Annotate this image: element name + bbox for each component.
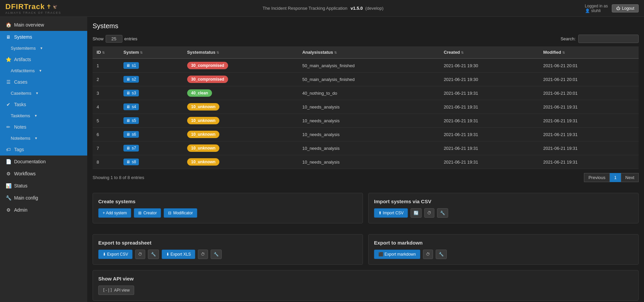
cell-system: 🖥 s3 bbox=[119, 86, 183, 100]
search-input[interactable] bbox=[578, 35, 639, 43]
cell-analysisstatus: 50_main_analysis_finished bbox=[298, 58, 440, 73]
sidebar-label-taskitems: Taskitems bbox=[11, 113, 30, 118]
export-markdown-button[interactable]: ⬛ Export markdown bbox=[374, 250, 420, 259]
sidebar-item-systemitems[interactable]: Systemitems ▼ bbox=[0, 43, 87, 53]
cell-analysisstatus: 10_needs_analysis bbox=[298, 114, 440, 128]
sidebar-item-status[interactable]: 📊 Status bbox=[0, 180, 87, 192]
cell-created: 2021-06-21 19:30 bbox=[440, 73, 539, 86]
sidebar-item-systems[interactable]: 🖥 Systems bbox=[0, 31, 87, 43]
table-row: 5 🖥 s5 10_unknown 10_needs_analysis 2021… bbox=[93, 114, 639, 128]
workflows-icon: ⚙ bbox=[5, 171, 11, 176]
chevron-down-icon-2: ▼ bbox=[39, 69, 42, 73]
col-created[interactable]: Created bbox=[440, 46, 539, 58]
admin-icon: ⚙ bbox=[5, 207, 11, 213]
export-csv-info-button[interactable]: ⏱ bbox=[135, 250, 145, 259]
previous-button[interactable]: Previous bbox=[584, 173, 610, 182]
export-csv-settings-button[interactable]: 🔧 bbox=[148, 250, 159, 259]
sidebar-item-noteitems[interactable]: Noteitems ▼ bbox=[0, 133, 87, 143]
modificator-button[interactable]: ⊟ Modificator bbox=[164, 208, 197, 218]
cell-systemstatus: 10_unknown bbox=[183, 114, 299, 128]
systemstatus-badge: 10_unknown bbox=[187, 158, 220, 166]
cell-analysisstatus: 10_needs_analysis bbox=[298, 141, 440, 155]
export-md-settings-button[interactable]: 🔧 bbox=[436, 250, 447, 259]
show-entries: Show entries bbox=[93, 35, 138, 43]
sidebar-item-tasks[interactable]: ✔ Tasks bbox=[0, 98, 87, 111]
sidebar-label-tags: Tags bbox=[14, 147, 24, 152]
api-view-buttons: [-|] API view bbox=[98, 286, 633, 295]
export-xls-settings-button[interactable]: 🔧 bbox=[211, 250, 222, 259]
systemstatus-badge: 30_compromised bbox=[187, 76, 228, 83]
create-systems-buttons: + Add system ⊞ Creator ⊟ Modificator bbox=[98, 208, 357, 218]
table-row: 7 🖥 s7 10_unknown 10_needs_analysis 2021… bbox=[93, 141, 639, 155]
sidebar-item-main-overview[interactable]: 🏠 Main overview bbox=[0, 19, 87, 31]
add-system-button[interactable]: + Add system bbox=[98, 208, 131, 218]
system-badge[interactable]: 🖥 s7 bbox=[123, 145, 139, 152]
col-analysisstatus[interactable]: Analysisstatus bbox=[298, 46, 440, 58]
export-xls-info-button[interactable]: ⏱ bbox=[198, 250, 208, 259]
next-button[interactable]: Next bbox=[621, 173, 639, 182]
sidebar-label-caseitems: Caseitems bbox=[11, 91, 31, 96]
export-md-info-button[interactable]: ⏱ bbox=[423, 250, 433, 259]
import-settings-button[interactable]: 🔧 bbox=[437, 208, 448, 218]
cell-id: 8 bbox=[93, 155, 119, 169]
system-badge[interactable]: 🖥 s3 bbox=[123, 90, 139, 96]
system-badge[interactable]: 🖥 s8 bbox=[123, 159, 139, 165]
cell-id: 5 bbox=[93, 114, 119, 128]
sidebar: 🏠 Main overview 🖥 Systems Systemitems ▼ … bbox=[0, 17, 87, 302]
entries-input[interactable] bbox=[106, 35, 122, 43]
import-info-button[interactable]: ⏱ bbox=[424, 208, 434, 218]
creator-button[interactable]: ⊞ Creator bbox=[134, 208, 161, 218]
sidebar-label-artifactitems: Artifactitems bbox=[11, 68, 35, 73]
col-system[interactable]: System bbox=[119, 46, 183, 58]
sidebar-label-main-overview: Main overview bbox=[14, 22, 44, 28]
search-box: Search: bbox=[560, 35, 639, 43]
systemstatus-badge: 40_clean bbox=[187, 89, 212, 97]
sidebar-item-tags[interactable]: 🏷 Tags bbox=[0, 143, 87, 156]
documentation-icon: 📄 bbox=[5, 159, 11, 164]
cell-system: 🖥 s7 bbox=[119, 141, 183, 155]
sidebar-label-status: Status bbox=[14, 183, 28, 188]
sidebar-item-notes[interactable]: ✏ Notes bbox=[0, 121, 87, 133]
chevron-down-icon-3: ▼ bbox=[35, 91, 39, 95]
sidebar-item-artifactitems[interactable]: Artifactitems ▼ bbox=[0, 66, 87, 76]
tags-icon: 🏷 bbox=[5, 147, 11, 152]
col-modified[interactable]: Modified bbox=[539, 46, 639, 58]
cell-created: 2021-06-21 19:30 bbox=[440, 58, 539, 73]
api-view-button[interactable]: [-|] API view bbox=[98, 286, 134, 295]
cell-modified: 2021-06-21 20:01 bbox=[539, 86, 639, 100]
import-refresh-button[interactable]: 🔄 bbox=[411, 208, 422, 218]
system-badge[interactable]: 🖥 s6 bbox=[123, 131, 139, 138]
cell-created: 2021-06-21 19:31 bbox=[440, 86, 539, 100]
import-csv-title: Import systems via CSV bbox=[374, 199, 633, 204]
sidebar-item-artifacts[interactable]: ⭐ Artifacts bbox=[0, 53, 87, 66]
sidebar-item-workflows[interactable]: ⚙ Workflows bbox=[0, 168, 87, 180]
page-1-button[interactable]: 1 bbox=[610, 173, 621, 182]
logout-button[interactable]: ⏻ Logout bbox=[612, 4, 639, 12]
export-xls-button[interactable]: ⬇ Export XLS bbox=[162, 250, 195, 259]
import-csv-buttons: ⬆ Import CSV 🔄 ⏱ 🔧 bbox=[374, 208, 633, 218]
sidebar-item-caseitems[interactable]: Caseitems ▼ bbox=[0, 88, 87, 98]
col-id[interactable]: ID bbox=[93, 46, 119, 58]
sidebar-item-admin[interactable]: ⚙ Admin bbox=[0, 204, 87, 216]
system-badge[interactable]: 🖥 s2 bbox=[123, 76, 139, 83]
api-view-card: Show API view [-|] API view bbox=[93, 270, 639, 301]
table-row: 6 🖥 s6 10_unknown 10_needs_analysis 2021… bbox=[93, 128, 639, 141]
system-badge[interactable]: 🖥 s5 bbox=[123, 117, 139, 124]
version-badge: v1.5.0 bbox=[351, 6, 363, 11]
export-csv-button[interactable]: ⬇ Export CSV bbox=[98, 250, 132, 259]
system-badge[interactable]: 🖥 s4 bbox=[123, 103, 139, 110]
app-header: DFIRTrack ✝ 🦅 ALWAYS TRACK OF TRACES The… bbox=[0, 0, 644, 17]
sidebar-item-cases[interactable]: ☰ Cases bbox=[0, 76, 87, 88]
cell-analysisstatus: 40_nothing_to_do bbox=[298, 86, 440, 100]
col-systemstatus[interactable]: Systemstatus bbox=[183, 46, 299, 58]
sidebar-item-taskitems[interactable]: Taskitems ▼ bbox=[0, 111, 87, 121]
cell-id: 4 bbox=[93, 100, 119, 114]
cell-modified: 2021-06-21 19:31 bbox=[539, 128, 639, 141]
import-csv-button[interactable]: ⬆ Import CSV bbox=[374, 208, 408, 218]
sidebar-item-documentation[interactable]: 📄 Documentation bbox=[0, 156, 87, 168]
layout: 🏠 Main overview 🖥 Systems Systemitems ▼ … bbox=[0, 17, 644, 302]
system-badge[interactable]: 🖥 s1 bbox=[123, 62, 139, 69]
cell-modified: 2021-06-21 20:01 bbox=[539, 73, 639, 86]
sidebar-item-main-config[interactable]: 🔧 Main config bbox=[0, 192, 87, 204]
export-spreadsheet-title: Export to spreadsheet bbox=[98, 240, 357, 246]
